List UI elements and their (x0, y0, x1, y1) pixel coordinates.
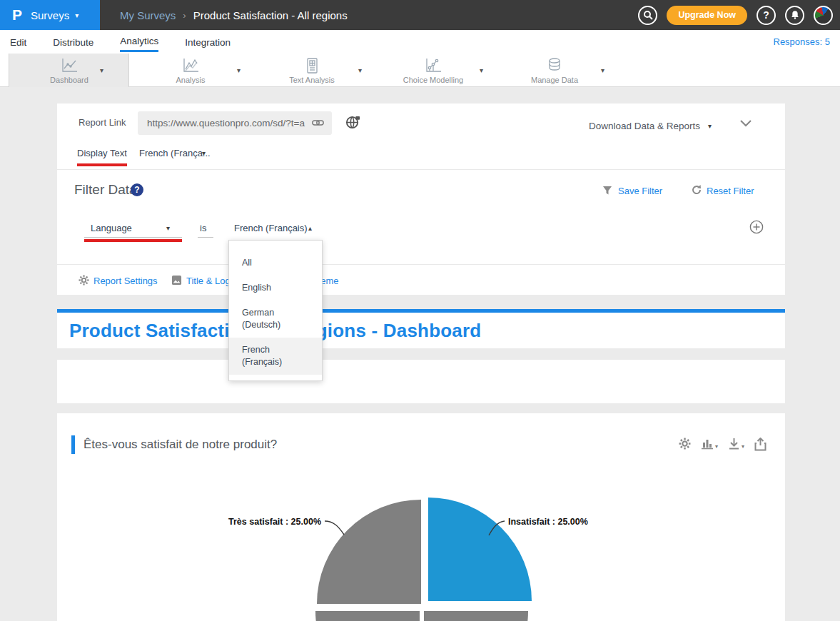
bell-icon (790, 10, 800, 20)
questionpro-analytics-page: P Surveys My Surveys › Product Satisfact… (0, 0, 840, 621)
display-language-dropdown[interactable]: French (França... (139, 148, 211, 158)
analytics-toolbar: Dashboard Analysis Text Analysis Choice … (0, 54, 840, 87)
pie-label-insatisfait: Insatisfait : 25.00% (508, 517, 588, 527)
tab-text-analysis[interactable]: Text Analysis (269, 54, 355, 87)
top-bar: P Surveys My Surveys › Product Satisfact… (0, 0, 840, 30)
field-active-underline (84, 239, 182, 242)
tab-label: Dashboard (50, 76, 88, 84)
display-text-active-underline (77, 163, 127, 166)
filter-data-title: Filter Data (74, 182, 137, 198)
user-avatar[interactable] (814, 6, 833, 25)
dashboard-dropdown-caret-icon[interactable] (100, 66, 103, 74)
divider (57, 169, 785, 170)
report-link-label: Report Link (79, 117, 126, 128)
gear-icon (79, 275, 89, 286)
reset-icon (691, 184, 702, 196)
add-filter-icon[interactable] (749, 220, 764, 234)
analysis-dropdown-caret-icon[interactable] (237, 66, 241, 74)
pie-chart: Très satisfait : 25.00% Insatisfait : 25… (57, 413, 785, 621)
tab-manage-data[interactable]: Manage Data (512, 54, 597, 87)
tab-dashboard[interactable]: Dashboard (26, 54, 112, 87)
tab-label: Manage Data (531, 76, 578, 84)
label-connector-left (325, 521, 344, 535)
analysis-chart-icon (181, 57, 201, 74)
globe-lock-icon[interactable] (345, 115, 360, 130)
nav-distribute[interactable]: Distribute (53, 33, 93, 51)
text-analysis-dropdown-caret-icon[interactable] (358, 66, 362, 74)
pie-label-tres-satisfait: Très satisfait : 25.00% (228, 517, 321, 527)
filter-help-icon[interactable]: ? (131, 183, 143, 196)
filter-field-caret-icon[interactable] (166, 224, 170, 232)
text-analysis-icon (302, 57, 322, 74)
filter-value-caret-icon[interactable] (308, 224, 312, 232)
field-underline (84, 237, 182, 238)
tab-label: Text Analysis (289, 76, 335, 84)
pie-slice-bottom-left[interactable] (315, 611, 420, 621)
operator-underline (198, 237, 213, 238)
breadcrumb-separator: › (183, 10, 186, 21)
image-icon (171, 275, 182, 286)
collapse-panel-chevron-icon[interactable] (739, 119, 752, 128)
question-mark-icon: ? (763, 9, 769, 21)
breadcrumb-my-surveys[interactable]: My Surveys (120, 9, 176, 21)
manage-data-dropdown-caret-icon[interactable] (601, 66, 604, 74)
download-data-reports-button[interactable]: Download Data & Reports (589, 121, 700, 131)
empty-section-card (57, 360, 785, 403)
divider (57, 264, 785, 265)
database-icon (545, 57, 565, 74)
nav-analytics[interactable]: Analytics (120, 31, 158, 52)
breadcrumb-current-survey: Product Satisfaction - All regions (193, 9, 348, 21)
product-name: Surveys (31, 9, 69, 21)
upgrade-now-button[interactable]: Upgrade Now (667, 6, 747, 25)
dropdown-option-german[interactable]: German (Deutsch) (229, 301, 322, 338)
choice-modelling-dropdown-caret-icon[interactable] (480, 66, 483, 74)
pie-slice-insatisfait[interactable] (428, 498, 532, 601)
dashboard-chart-icon (59, 57, 79, 74)
search-icon (643, 10, 653, 20)
reset-filter-button[interactable]: Reset Filter (707, 186, 754, 196)
dashboard-title-card: Product Satisfaction - All regions - Das… (57, 313, 785, 348)
nav-edit[interactable]: Edit (10, 33, 26, 51)
report-controls-card: Report Link Download Data & Reports Disp… (57, 104, 785, 295)
dropdown-option-french[interactable]: French (Français) (229, 338, 322, 375)
tab-choice-modelling[interactable]: Choice Modelling (390, 54, 476, 87)
surveys-menu[interactable]: P Surveys (0, 0, 100, 30)
help-button[interactable]: ? (756, 6, 776, 25)
download-caret-icon[interactable] (708, 122, 712, 130)
chevron-down-icon (75, 11, 79, 19)
funnel-icon (602, 186, 612, 196)
survey-nav: Edit Distribute Analytics Integration Re… (0, 30, 840, 54)
report-link-input[interactable] (138, 111, 332, 135)
responses-count: Responses: 5 (774, 30, 831, 54)
filter-operator: is (200, 223, 206, 233)
nav-integration[interactable]: Integration (185, 33, 231, 51)
questionpro-logo-icon: P (12, 6, 22, 24)
pie-slice-tres-satisfait[interactable] (317, 500, 421, 604)
filter-value-dropdown[interactable]: French (Français) (234, 223, 308, 233)
link-icon[interactable] (312, 118, 324, 127)
topbar-actions: Upgrade Now ? (638, 0, 833, 30)
display-language-caret-icon[interactable] (202, 149, 206, 157)
report-settings-button[interactable]: Report Settings (93, 276, 158, 286)
search-button[interactable] (638, 6, 657, 25)
dropdown-option-english[interactable]: English (229, 276, 322, 301)
tab-analysis[interactable]: Analysis (148, 54, 233, 87)
question-chart-card: Êtes-vous satisfait de notre produit? (57, 413, 785, 621)
dropdown-option-all[interactable]: All (229, 251, 322, 276)
notifications-button[interactable] (785, 6, 804, 25)
language-dropdown-menu: All English German (Deutsch) French (Fra… (228, 240, 323, 381)
display-text-tab[interactable]: Display Text (77, 148, 127, 158)
pie-slice-bottom-right[interactable] (424, 611, 528, 621)
breadcrumb: My Surveys › Product Satisfaction - All … (120, 0, 348, 30)
choice-modelling-icon (423, 57, 443, 74)
save-filter-button[interactable]: Save Filter (618, 186, 662, 196)
filter-field-dropdown[interactable]: Language (91, 223, 132, 233)
tab-label: Analysis (176, 76, 206, 84)
tab-label: Choice Modelling (403, 76, 463, 84)
